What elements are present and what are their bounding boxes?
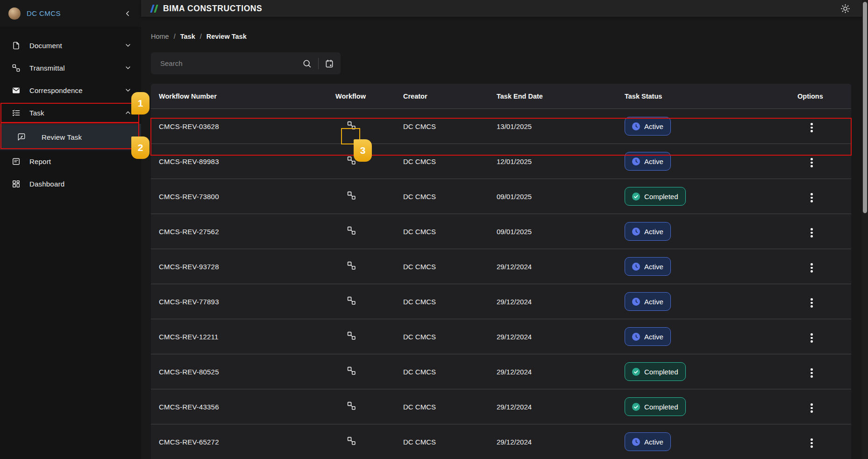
sidebar-item-correspondence[interactable]: Correspondence bbox=[0, 79, 141, 101]
sidebar-item-review-task[interactable]: Review Task bbox=[0, 124, 141, 150]
workflow-number-cell: CMCS-REV-65272 bbox=[151, 438, 335, 446]
table-row: CMCS-REV-73800 DC CMCS 09/01/2025 Comple… bbox=[151, 179, 851, 214]
search-button[interactable] bbox=[302, 59, 312, 68]
theme-toggle-button[interactable] bbox=[840, 4, 850, 14]
check-icon bbox=[632, 403, 640, 411]
status-cell: Active bbox=[625, 117, 797, 136]
status-badge: Active bbox=[625, 222, 671, 241]
status-label: Active bbox=[644, 298, 663, 306]
creator-cell: DC CMCS bbox=[403, 158, 497, 165]
page-scrollbar-thumb[interactable] bbox=[863, 2, 867, 213]
row-options-button[interactable] bbox=[797, 329, 851, 344]
breadcrumb-home[interactable]: Home bbox=[151, 33, 169, 40]
status-badge: Active bbox=[625, 117, 671, 136]
row-options-button[interactable] bbox=[797, 119, 851, 134]
chevron-down-icon bbox=[124, 86, 132, 94]
breadcrumb-review-task[interactable]: Review Task bbox=[206, 33, 247, 40]
table-row: CMCS-REV-43356 DC CMCS 29/12/2024 Comple… bbox=[151, 389, 851, 424]
workflow-cell[interactable] bbox=[335, 331, 403, 342]
workflow-icon bbox=[347, 194, 356, 202]
sidebar-item-label: Transmittal bbox=[29, 64, 65, 72]
sidebar-item-transmittal[interactable]: Transmittal bbox=[0, 57, 141, 79]
status-cell: Active bbox=[625, 222, 797, 241]
row-options-button[interactable] bbox=[797, 224, 851, 239]
table-row: CMCS-REV-65272 DC CMCS 29/12/2024 Active bbox=[151, 424, 851, 459]
table-row: CMCS-REV-03628 DC CMCS 13/01/2025 Active bbox=[151, 108, 851, 143]
chevron-down-icon bbox=[124, 42, 132, 49]
column-header-creator: Creator bbox=[403, 93, 497, 100]
row-options-button[interactable] bbox=[797, 189, 851, 204]
main-area: BIMA CONSTRUCTIONS Home / Task / Review … bbox=[141, 0, 868, 459]
workflow-cell[interactable] bbox=[335, 366, 403, 377]
search-input[interactable] bbox=[160, 59, 302, 67]
status-label: Completed bbox=[644, 193, 678, 201]
workflow-icon bbox=[347, 369, 356, 377]
kebab-menu-icon bbox=[809, 437, 815, 450]
workflow-cell[interactable] bbox=[335, 226, 403, 237]
review-task-icon bbox=[17, 133, 26, 141]
calendar-icon bbox=[325, 59, 334, 68]
status-label: Active bbox=[644, 333, 663, 341]
column-header-task-status: Task Status bbox=[625, 93, 797, 100]
date-filter-button[interactable] bbox=[325, 59, 334, 68]
workflow-icon bbox=[347, 124, 356, 132]
status-badge: Completed bbox=[625, 397, 686, 416]
clock-icon bbox=[632, 122, 640, 130]
sidebar-collapse-button[interactable] bbox=[123, 9, 132, 18]
workflow-number-cell: CMCS-REV-77893 bbox=[151, 298, 335, 306]
row-options-button[interactable] bbox=[797, 364, 851, 380]
row-options-button[interactable] bbox=[797, 294, 851, 309]
creator-cell: DC CMCS bbox=[403, 298, 497, 306]
workflow-icon bbox=[347, 404, 356, 412]
kebab-menu-icon bbox=[809, 296, 815, 309]
workflow-number-cell: CMCS-REV-43356 bbox=[151, 403, 335, 411]
kebab-menu-icon bbox=[809, 261, 815, 274]
workflow-cell[interactable] bbox=[335, 156, 403, 167]
row-options-button[interactable] bbox=[797, 154, 851, 169]
workflow-cell[interactable] bbox=[335, 436, 403, 447]
status-badge: Active bbox=[625, 327, 671, 346]
breadcrumb-task[interactable]: Task bbox=[180, 33, 195, 40]
transmittal-icon bbox=[11, 64, 21, 72]
clock-icon bbox=[632, 298, 640, 306]
kebab-menu-icon bbox=[809, 331, 815, 344]
kebab-menu-icon bbox=[809, 226, 815, 239]
row-options-button[interactable] bbox=[797, 399, 851, 415]
sidebar-item-task[interactable]: Task bbox=[0, 101, 141, 124]
clock-icon bbox=[632, 438, 640, 446]
creator-cell: DC CMCS bbox=[403, 263, 497, 271]
end-date-cell: 29/12/2024 bbox=[497, 333, 625, 341]
status-cell: Active bbox=[625, 152, 797, 171]
review-task-table: Workflow Number Workflow Creator Task En… bbox=[151, 84, 851, 459]
sidebar-item-report[interactable]: Report bbox=[0, 150, 141, 172]
brand-name: DC CMCS bbox=[27, 9, 61, 17]
workflow-cell[interactable] bbox=[335, 296, 403, 307]
chevron-left-icon bbox=[123, 9, 132, 18]
workflow-cell[interactable] bbox=[335, 401, 403, 412]
workflow-cell[interactable] bbox=[335, 261, 403, 272]
workflow-icon bbox=[347, 299, 356, 307]
row-options-button[interactable] bbox=[797, 259, 851, 274]
chevron-up-icon bbox=[124, 109, 132, 116]
sidebar-item-label: Report bbox=[29, 158, 51, 165]
sidebar-item-dashboard[interactable]: Dashboard bbox=[0, 172, 141, 195]
table-row: CMCS-REV-77893 DC CMCS 29/12/2024 Active bbox=[151, 284, 851, 319]
app-window: DC CMCS Document Transmittal bbox=[0, 0, 868, 459]
status-badge: Active bbox=[625, 432, 671, 451]
end-date-cell: 12/01/2025 bbox=[497, 158, 625, 165]
sidebar-item-document[interactable]: Document bbox=[0, 34, 141, 57]
creator-cell: DC CMCS bbox=[403, 438, 497, 446]
end-date-cell: 29/12/2024 bbox=[497, 368, 625, 376]
end-date-cell: 13/01/2025 bbox=[497, 122, 625, 130]
workflow-cell[interactable] bbox=[335, 121, 403, 132]
column-header-task-end-date: Task End Date bbox=[497, 93, 625, 100]
workflow-number-cell: CMCS-REV-03628 bbox=[151, 122, 335, 130]
kebab-menu-icon bbox=[809, 366, 815, 380]
workflow-cell[interactable] bbox=[335, 191, 403, 202]
row-options-button[interactable] bbox=[797, 434, 851, 450]
workflow-icon bbox=[347, 439, 356, 447]
status-label: Active bbox=[644, 158, 663, 165]
workflow-number-cell: CMCS-REV-12211 bbox=[151, 333, 335, 341]
end-date-cell: 09/01/2025 bbox=[497, 193, 625, 201]
sidebar: DC CMCS Document Transmittal bbox=[0, 0, 141, 459]
